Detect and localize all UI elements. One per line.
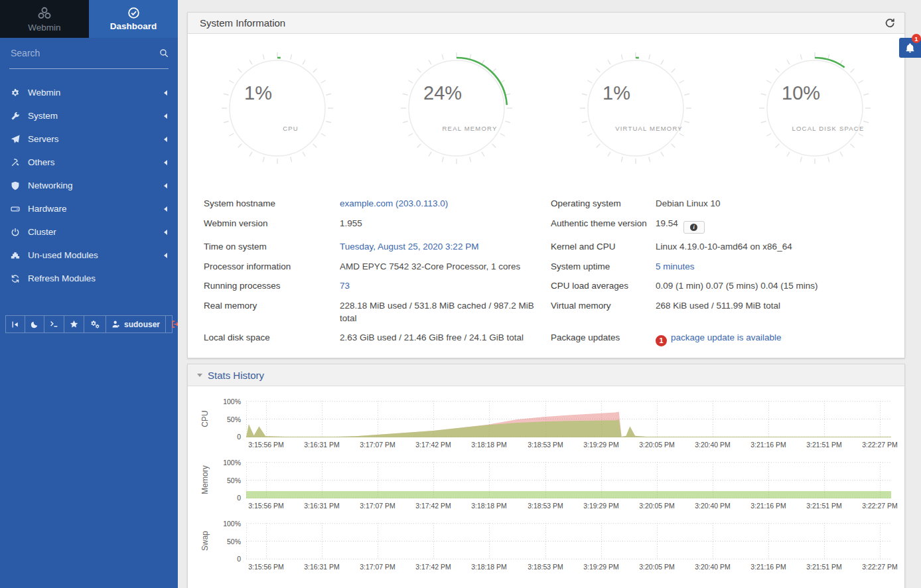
info-value: 1.955 bbox=[340, 217, 551, 237]
collapse-icon bbox=[11, 321, 19, 329]
x-tick-label: 3:22:27 PM bbox=[862, 563, 898, 571]
caret-left-icon bbox=[164, 253, 167, 258]
caret-left-icon bbox=[164, 160, 167, 165]
gears-icon bbox=[90, 320, 100, 329]
stats-history-header[interactable]: Stats History bbox=[188, 364, 904, 386]
sidebar-item-label: Servers bbox=[28, 134, 59, 144]
info-label: System uptime bbox=[551, 260, 656, 280]
info-link[interactable]: package update is available bbox=[671, 332, 782, 342]
x-tick-label: 3:21:16 PM bbox=[750, 563, 786, 571]
info-value: 5 minutes bbox=[656, 260, 888, 280]
x-axis-ticks: 3:15:56 PM3:16:31 PM3:17:07 PM3:17:42 PM… bbox=[246, 441, 891, 450]
sidebar-item-webmin[interactable]: Webmin bbox=[0, 81, 178, 104]
caret-left-icon bbox=[164, 183, 167, 188]
terminal-button[interactable] bbox=[44, 316, 64, 332]
x-tick-label: 3:20:40 PM bbox=[695, 563, 731, 571]
package-count-badge: 1 bbox=[656, 335, 667, 346]
x-tick-label: 3:18:18 PM bbox=[471, 502, 507, 510]
favorites-button[interactable] bbox=[64, 316, 84, 332]
sidebar-item-cluster[interactable]: Cluster bbox=[0, 220, 178, 244]
stats-history-panel: Stats History CPU100%50%03:15:56 PM3:16:… bbox=[187, 364, 905, 588]
chart-plot-area bbox=[246, 401, 891, 437]
x-tick-label: 3:20:05 PM bbox=[639, 502, 675, 510]
sidebar-item-label: Cluster bbox=[28, 227, 56, 237]
info-label: Time on system bbox=[204, 240, 340, 260]
info-value: Linux 4.19.0-10-amd64 on x86_64 bbox=[656, 240, 888, 260]
info-text: 0.09 (1 min) 0.07 (5 mins) 0.04 (15 mins… bbox=[656, 281, 818, 291]
info-text: 1.955 bbox=[340, 218, 362, 228]
svg-text:1%: 1% bbox=[602, 82, 630, 104]
info-label: Authentic theme version bbox=[551, 217, 656, 237]
search-icon[interactable] bbox=[159, 48, 169, 58]
sidebar-item-un-used-modules[interactable]: Un-used Modules bbox=[0, 244, 178, 267]
sidebar-item-hardware[interactable]: Hardware bbox=[0, 197, 178, 220]
webmin-logo-icon bbox=[37, 6, 52, 21]
info-link[interactable]: 73 bbox=[340, 281, 350, 291]
chart-axis-label: Memory bbox=[200, 465, 210, 494]
sidebar-item-servers[interactable]: Servers bbox=[0, 127, 178, 151]
sidebar-item-networking[interactable]: Networking bbox=[0, 174, 178, 197]
user-icon bbox=[111, 320, 120, 329]
tab-webmin-label: Webmin bbox=[28, 23, 60, 33]
svg-text:LOCAL DISK SPACE: LOCAL DISK SPACE bbox=[792, 125, 865, 132]
sidebar-item-others[interactable]: Others bbox=[0, 151, 178, 174]
main-content: System Information 1% CPU 24% REAL MEMOR… bbox=[178, 0, 921, 588]
x-tick-label: 3:15:56 PM bbox=[248, 502, 284, 510]
refresh-icon[interactable] bbox=[885, 18, 895, 29]
puzzle-icon bbox=[11, 251, 28, 260]
info-text: AMD EPYC 7542 32-Core Processor, 1 cores bbox=[340, 261, 520, 271]
caret-left-icon bbox=[164, 113, 167, 119]
info-text: 2.63 GiB used / 21.46 GiB free / 24.1 Gi… bbox=[340, 332, 524, 342]
x-tick-label: 3:15:56 PM bbox=[248, 441, 284, 449]
tab-dashboard-label: Dashboard bbox=[110, 21, 157, 31]
theme-configuration-button[interactable] bbox=[84, 316, 106, 332]
chart-swap: Swap100%50%03:15:56 PM3:16:31 PM3:17:07 … bbox=[188, 523, 904, 584]
info-link[interactable]: 5 minutes bbox=[656, 261, 695, 271]
gear-icon bbox=[11, 88, 28, 98]
gauge-virtual-memory: 1% VIRTUAL MEMORY bbox=[546, 51, 725, 165]
tab-dashboard[interactable]: Dashboard bbox=[89, 0, 178, 38]
hdd-icon bbox=[11, 204, 28, 214]
sidebar-item-label: Webmin bbox=[28, 88, 60, 98]
info-link[interactable]: Tuesday, August 25, 2020 3:22 PM bbox=[340, 242, 478, 252]
x-tick-label: 3:19:29 PM bbox=[583, 563, 619, 571]
info-value: Debian Linux 10 bbox=[656, 197, 888, 217]
info-link[interactable]: example.com (203.0.113.0) bbox=[340, 198, 448, 208]
info-value: 19.54i bbox=[656, 217, 888, 241]
notification-bell-button[interactable]: 1 bbox=[899, 38, 921, 58]
search-input[interactable] bbox=[9, 47, 159, 59]
x-tick-label: 3:17:07 PM bbox=[360, 563, 395, 571]
x-tick-label: 3:18:53 PM bbox=[528, 563, 563, 571]
info-value: 73 bbox=[340, 279, 551, 299]
x-tick-label: 3:17:07 PM bbox=[360, 502, 395, 510]
sidebar-item-label: Refresh Modules bbox=[28, 273, 96, 283]
svg-text:REAL MEMORY: REAL MEMORY bbox=[443, 125, 498, 132]
info-label: Kernel and CPU bbox=[551, 240, 656, 260]
x-tick-label: 3:21:16 PM bbox=[750, 441, 786, 449]
system-information-panel: System Information 1% CPU 24% REAL MEMOR… bbox=[187, 12, 905, 358]
username-label: sudouser bbox=[124, 320, 160, 329]
x-tick-label: 3:17:07 PM bbox=[360, 441, 395, 449]
tab-webmin[interactable]: Webmin bbox=[0, 0, 89, 38]
bell-icon bbox=[905, 43, 915, 53]
theme-info-button[interactable]: i bbox=[683, 221, 705, 234]
info-value: 228.18 MiB used / 531.8 MiB cached / 987… bbox=[340, 299, 551, 332]
collapse-sidebar-button[interactable] bbox=[6, 316, 25, 332]
gauge-local-disk-space: 10% LOCAL DISK SPACE bbox=[725, 51, 904, 165]
notification-badge: 1 bbox=[912, 34, 921, 43]
y-tick-label: 100% bbox=[210, 398, 241, 405]
chart-axis-label: CPU bbox=[200, 410, 210, 427]
user-menu-button[interactable]: sudouser bbox=[106, 316, 166, 332]
x-tick-label: 3:20:05 PM bbox=[639, 441, 675, 449]
chart-memory: Memory100%50%03:15:56 PM3:16:31 PM3:17:0… bbox=[188, 462, 904, 523]
night-mode-button[interactable] bbox=[25, 316, 44, 332]
x-tick-label: 3:18:18 PM bbox=[471, 441, 507, 449]
sidebar-item-system[interactable]: System bbox=[0, 104, 178, 127]
x-tick-label: 3:19:29 PM bbox=[583, 502, 619, 510]
y-tick-label: 100% bbox=[210, 459, 241, 467]
sidebar-item-refresh-modules[interactable]: Refresh Modules bbox=[0, 267, 178, 290]
y-tick-label: 50% bbox=[210, 538, 241, 546]
info-value: 0.09 (1 min) 0.07 (5 mins) 0.04 (15 mins… bbox=[656, 279, 888, 299]
info-text: Debian Linux 10 bbox=[656, 198, 721, 208]
info-label: Processor information bbox=[204, 260, 340, 280]
